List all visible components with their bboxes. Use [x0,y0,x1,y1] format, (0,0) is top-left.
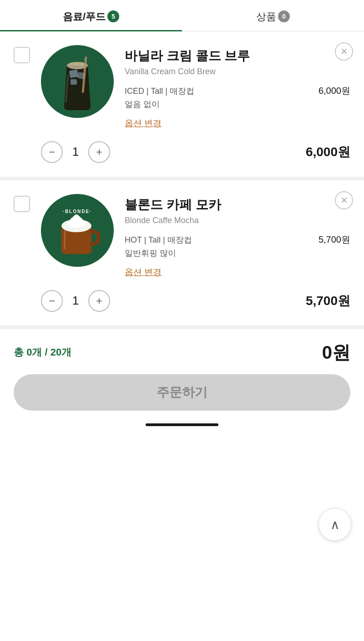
item-inner-1: 바닐라 크림 콜드 브루 Vanilla Cream Cold Brew ICE… [14,45,350,131]
tab-food-badge: 5 [107,10,119,22]
footer-count-max: 20개 [51,346,71,358]
svg-rect-0 [69,70,79,78]
svg-text:·BLONDE·: ·BLONDE· [63,209,92,214]
item-name-en-2: Blonde Caffe Mocha [125,216,350,225]
qty-row-1: − 1 + 6,000원 [14,141,350,163]
item-unit-price-2: 5,700원 [318,234,350,246]
qty-decrease-2[interactable]: − [41,290,63,312]
tab-product-badge: 0 [278,10,290,22]
plus-icon-1: + [96,146,102,158]
item-options-text-2: HOT | Tall | 매장컵 일반휘핑 많이 [125,234,192,260]
item-image-2: ·BLONDE· [41,194,114,267]
qty-value-1: 1 [63,145,88,159]
close-icon-2: ✕ [340,195,348,206]
qty-total-1: 6,000원 [306,143,350,161]
qty-total-2: 5,700원 [306,292,350,310]
tab-food[interactable]: 음료/푸드5 [0,0,182,31]
chevron-up-icon: ∧ [330,517,340,532]
item-options-text-1: ICED | Tall | 매장컵 얼음 없이 [125,85,194,111]
item-close-button-2[interactable]: ✕ [335,191,353,209]
home-indicator [146,423,218,426]
svg-point-10 [74,214,79,218]
footer-count: 총 0개 / 20개 [14,346,71,359]
qty-increase-1[interactable]: + [88,141,110,163]
item-options-row-1: ICED | Tall | 매장컵 얼음 없이 6,000원 [125,85,350,111]
qty-value-2: 1 [63,294,88,308]
tab-product-label: 상품 [256,11,276,22]
close-icon-1: ✕ [340,46,348,57]
item-options-row-2: HOT | Tall | 매장컵 일반휘핑 많이 5,700원 [125,234,350,260]
tab-food-label: 음료/푸드 [63,11,106,22]
footer-bar: 총 0개 / 20개 0원 주문하기 [0,329,364,418]
order-button[interactable]: 주문하기 [14,374,350,411]
option-change-link-2[interactable]: 옵션 변경 [125,266,162,278]
footer-count-separator: 개 / [32,346,50,358]
qty-decrease-1[interactable]: − [41,141,63,163]
item-unit-price-1: 6,000원 [318,85,350,97]
item-name-ko-2: 블론드 카페 모카 [125,197,350,213]
item-inner-2: ·BLONDE· 블론드 카페 모카 Blonde Caffe Mocha [14,194,350,280]
item-name-en-1: Vanilla Cream Cold Brew [125,67,350,76]
minus-icon-2: − [49,295,55,307]
item-image-1 [41,45,114,118]
footer-summary: 총 0개 / 20개 0원 [14,340,350,365]
tab-product[interactable]: 상품0 [182,0,364,31]
item-name-ko-1: 바닐라 크림 콜드 브루 [125,48,350,64]
tab-bar: 음료/푸드5 상품0 [0,0,364,31]
footer-total-price: 0원 [322,340,350,365]
svg-rect-2 [71,79,77,85]
qty-increase-2[interactable]: + [88,290,110,312]
footer-count-current: 0 [26,346,32,358]
scroll-to-top-fab[interactable]: ∧ [318,508,351,541]
item-details-1: 바닐라 크림 콜드 브루 Vanilla Cream Cold Brew ICE… [125,45,350,131]
footer-count-label: 총 [14,346,26,358]
item-details-2: 블론드 카페 모카 Blonde Caffe Mocha HOT | Tall … [125,194,350,280]
hot-drink-icon: ·BLONDE· [52,203,102,258]
option-change-link-1[interactable]: 옵션 변경 [125,117,162,129]
item-card-2: ✕ ·BLONDE· 블론 [0,180,364,329]
iced-drink-icon [57,52,98,111]
item-close-button-1[interactable]: ✕ [335,42,353,61]
item-checkbox-2[interactable] [14,196,30,212]
minus-icon-1: − [49,146,55,158]
qty-row-2: − 1 + 5,700원 [14,290,350,312]
item-checkbox-1[interactable] [14,47,30,63]
item-card-1: ✕ 바닐라 크림 콜드 브루 Vanilla C [0,31,364,180]
plus-icon-2: + [96,295,102,307]
